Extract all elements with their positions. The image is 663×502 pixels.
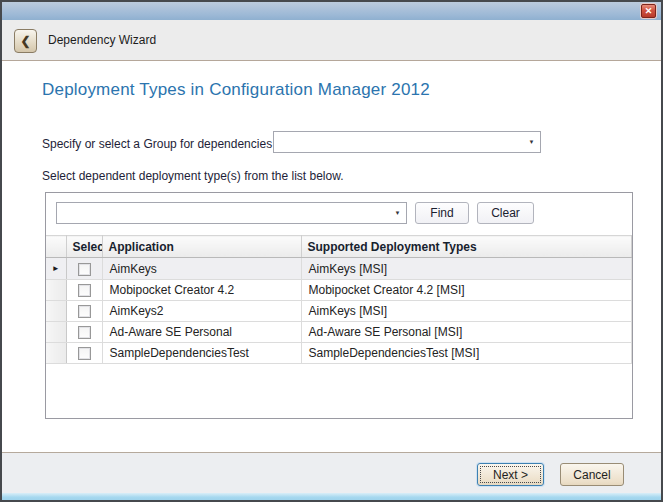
dependency-wizard-window: ✕ ❮ Dependency Wizard Deployment Types i…	[0, 0, 663, 502]
select-cell	[66, 280, 102, 301]
application-cell: SampleDependenciesTest	[102, 343, 301, 364]
filter-combo-input[interactable]	[57, 203, 389, 223]
table-row[interactable]: AimKeys2AimKeys [MSI]	[46, 301, 632, 322]
group-combobox[interactable]: ▼	[273, 131, 541, 153]
select-cell	[66, 322, 102, 343]
clear-button[interactable]: Clear	[477, 202, 534, 224]
find-button[interactable]: Find	[415, 202, 469, 224]
deployment-types-cell: SampleDependenciesTest [MSI]	[301, 343, 632, 364]
wizard-header: ❮ Dependency Wizard	[2, 20, 661, 61]
select-checkbox[interactable]	[78, 284, 91, 297]
column-header-application[interactable]: Application	[102, 236, 301, 258]
application-cell: Ad-Aware SE Personal	[102, 322, 301, 343]
row-header-cell	[46, 343, 66, 364]
dropdown-arrow-icon[interactable]: ▼	[389, 203, 406, 223]
back-button[interactable]: ❮	[14, 29, 37, 53]
cancel-button[interactable]: Cancel	[560, 463, 624, 486]
application-cell: AimKeys	[102, 258, 301, 280]
next-button[interactable]: Next >	[477, 463, 544, 486]
group-combo-input[interactable]	[274, 132, 523, 152]
bottom-accent-strip	[2, 493, 661, 500]
close-button[interactable]: ✕	[641, 4, 656, 18]
page-title: Deployment Types in Configuration Manage…	[42, 80, 430, 100]
select-checkbox[interactable]	[78, 263, 91, 276]
titlebar: ✕	[2, 2, 661, 20]
application-cell: AimKeys2	[102, 301, 301, 322]
application-cell: Mobipocket Creator 4.2	[102, 280, 301, 301]
table-row[interactable]: ►AimKeysAimKeys [MSI]	[46, 258, 632, 280]
table-row[interactable]: SampleDependenciesTestSampleDependencies…	[46, 343, 632, 364]
table-row[interactable]: Ad-Aware SE PersonalAd-Aware SE Personal…	[46, 322, 632, 343]
row-header-cell	[46, 301, 66, 322]
list-label: Select dependent deployment type(s) from…	[42, 169, 344, 183]
applications-grid: Select Application Supported Deployment …	[46, 235, 632, 364]
close-icon: ✕	[645, 6, 653, 16]
table-row[interactable]: Mobipocket Creator 4.2Mobipocket Creator…	[46, 280, 632, 301]
current-row-arrow-icon: ►	[52, 264, 60, 273]
deployment-types-cell: Ad-Aware SE Personal [MSI]	[301, 322, 632, 343]
select-cell	[66, 343, 102, 364]
filter-combobox[interactable]: ▼	[56, 202, 407, 224]
row-header-cell	[46, 322, 66, 343]
deployment-types-cell: AimKeys [MSI]	[301, 258, 632, 280]
row-header-cell: ►	[46, 258, 66, 280]
group-label: Specify or select a Group for dependenci…	[42, 137, 272, 151]
wizard-title: Dependency Wizard	[48, 33, 156, 47]
column-header-select[interactable]: Select	[66, 236, 102, 258]
select-cell	[66, 258, 102, 280]
deployment-types-cell: AimKeys [MSI]	[301, 301, 632, 322]
select-cell	[66, 301, 102, 322]
row-header-cell	[46, 280, 66, 301]
deployment-types-cell: Mobipocket Creator 4.2 [MSI]	[301, 280, 632, 301]
table-body: ►AimKeysAimKeys [MSI]Mobipocket Creator …	[46, 258, 632, 364]
select-checkbox[interactable]	[78, 305, 91, 318]
dependency-list-panel: ▼ Find Clear Select Application Supporte…	[45, 192, 633, 419]
select-checkbox[interactable]	[78, 347, 91, 360]
column-header-deployment-types[interactable]: Supported Deployment Types	[301, 236, 632, 258]
grid-corner-cell	[46, 236, 66, 258]
dropdown-arrow-icon[interactable]: ▼	[523, 132, 540, 152]
select-checkbox[interactable]	[78, 326, 91, 339]
back-icon: ❮	[20, 34, 30, 48]
